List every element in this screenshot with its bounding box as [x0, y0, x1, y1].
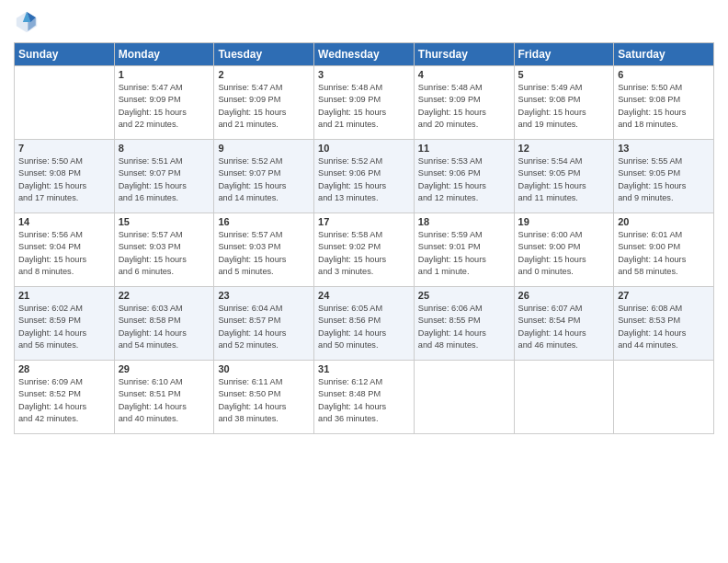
day-info: Sunrise: 6:11 AM Sunset: 8:50 PM Dayligh… [218, 376, 310, 425]
day-number: 20 [618, 216, 710, 227]
day-info: Sunrise: 5:47 AM Sunset: 9:09 PM Dayligh… [218, 82, 310, 131]
calendar-cell: 14Sunrise: 5:56 AM Sunset: 9:04 PM Dayli… [15, 213, 115, 287]
day-info: Sunrise: 6:01 AM Sunset: 9:00 PM Dayligh… [618, 229, 710, 278]
day-number: 11 [418, 143, 510, 154]
day-info: Sunrise: 5:50 AM Sunset: 9:08 PM Dayligh… [18, 155, 110, 204]
day-number: 16 [218, 216, 310, 227]
day-number: 19 [518, 216, 610, 227]
calendar-cell: 15Sunrise: 5:57 AM Sunset: 9:03 PM Dayli… [114, 213, 214, 287]
day-info: Sunrise: 6:03 AM Sunset: 8:58 PM Dayligh… [119, 303, 210, 351]
day-info: Sunrise: 5:53 AM Sunset: 9:06 PM Dayligh… [418, 155, 510, 204]
day-info: Sunrise: 6:06 AM Sunset: 8:55 PM Dayligh… [418, 303, 510, 351]
day-number: 3 [318, 69, 410, 80]
day-number: 8 [119, 143, 210, 154]
calendar-week-2: 7Sunrise: 5:50 AM Sunset: 9:08 PM Daylig… [15, 140, 714, 213]
calendar-cell: 24Sunrise: 6:05 AM Sunset: 8:56 PM Dayli… [314, 287, 415, 361]
calendar-cell: 7Sunrise: 5:50 AM Sunset: 9:08 PM Daylig… [15, 140, 115, 213]
calendar-week-1: 1Sunrise: 5:47 AM Sunset: 9:09 PM Daylig… [15, 66, 714, 140]
day-info: Sunrise: 5:48 AM Sunset: 9:09 PM Dayligh… [418, 82, 510, 131]
day-number: 17 [318, 216, 410, 227]
day-info: Sunrise: 6:12 AM Sunset: 8:48 PM Dayligh… [318, 376, 410, 425]
calendar-cell: 18Sunrise: 5:59 AM Sunset: 9:01 PM Dayli… [414, 213, 514, 287]
day-info: Sunrise: 6:07 AM Sunset: 8:54 PM Dayligh… [518, 303, 610, 351]
calendar-cell: 13Sunrise: 5:55 AM Sunset: 9:05 PM Dayli… [614, 140, 714, 213]
day-number: 15 [119, 216, 210, 227]
day-number: 12 [518, 143, 610, 154]
day-number: 1 [119, 69, 210, 80]
calendar-cell: 10Sunrise: 5:52 AM Sunset: 9:06 PM Dayli… [314, 140, 415, 213]
calendar-week-4: 21Sunrise: 6:02 AM Sunset: 8:59 PM Dayli… [15, 287, 714, 361]
col-saturday: Saturday [614, 43, 714, 66]
day-info: Sunrise: 6:04 AM Sunset: 8:57 PM Dayligh… [218, 303, 310, 351]
col-tuesday: Tuesday [214, 43, 314, 66]
header [14, 9, 714, 35]
calendar-cell: 6Sunrise: 5:50 AM Sunset: 9:08 PM Daylig… [614, 66, 714, 140]
day-info: Sunrise: 5:52 AM Sunset: 9:07 PM Dayligh… [218, 155, 310, 204]
calendar-week-3: 14Sunrise: 5:56 AM Sunset: 9:04 PM Dayli… [15, 213, 714, 287]
day-info: Sunrise: 5:51 AM Sunset: 9:07 PM Dayligh… [119, 155, 210, 204]
day-number: 6 [618, 69, 710, 80]
calendar-cell [414, 361, 514, 434]
calendar-cell: 9Sunrise: 5:52 AM Sunset: 9:07 PM Daylig… [214, 140, 314, 213]
calendar-cell: 22Sunrise: 6:03 AM Sunset: 8:58 PM Dayli… [114, 287, 214, 361]
day-info: Sunrise: 6:05 AM Sunset: 8:56 PM Dayligh… [318, 303, 410, 351]
day-number: 25 [418, 290, 510, 301]
calendar-body: 1Sunrise: 5:47 AM Sunset: 9:09 PM Daylig… [15, 66, 714, 434]
day-info: Sunrise: 5:55 AM Sunset: 9:05 PM Dayligh… [618, 155, 710, 204]
calendar-cell: 26Sunrise: 6:07 AM Sunset: 8:54 PM Dayli… [514, 287, 614, 361]
calendar-cell: 19Sunrise: 6:00 AM Sunset: 9:00 PM Dayli… [514, 213, 614, 287]
calendar-cell: 31Sunrise: 6:12 AM Sunset: 8:48 PM Dayli… [314, 361, 415, 434]
day-number: 22 [119, 290, 210, 301]
day-info: Sunrise: 5:58 AM Sunset: 9:02 PM Dayligh… [318, 229, 410, 278]
calendar-cell: 8Sunrise: 5:51 AM Sunset: 9:07 PM Daylig… [114, 140, 214, 213]
day-info: Sunrise: 5:49 AM Sunset: 9:08 PM Dayligh… [518, 82, 610, 131]
logo [14, 9, 43, 35]
day-info: Sunrise: 6:02 AM Sunset: 8:59 PM Dayligh… [18, 303, 110, 351]
day-number: 18 [418, 216, 510, 227]
header-row: Sunday Monday Tuesday Wednesday Thursday… [15, 43, 714, 66]
calendar-cell: 16Sunrise: 5:57 AM Sunset: 9:03 PM Dayli… [214, 213, 314, 287]
day-info: Sunrise: 5:59 AM Sunset: 9:01 PM Dayligh… [418, 229, 510, 278]
calendar-cell [614, 361, 714, 434]
calendar-cell: 20Sunrise: 6:01 AM Sunset: 9:00 PM Dayli… [614, 213, 714, 287]
calendar-cell: 17Sunrise: 5:58 AM Sunset: 9:02 PM Dayli… [314, 213, 415, 287]
calendar-cell: 1Sunrise: 5:47 AM Sunset: 9:09 PM Daylig… [114, 66, 214, 140]
calendar-cell: 12Sunrise: 5:54 AM Sunset: 9:05 PM Dayli… [514, 140, 614, 213]
day-info: Sunrise: 5:50 AM Sunset: 9:08 PM Dayligh… [618, 82, 710, 131]
col-sunday: Sunday [15, 43, 115, 66]
day-number: 26 [518, 290, 610, 301]
calendar-cell: 23Sunrise: 6:04 AM Sunset: 8:57 PM Dayli… [214, 287, 314, 361]
col-friday: Friday [514, 43, 614, 66]
day-number: 5 [518, 69, 610, 80]
day-number: 7 [18, 143, 110, 154]
day-number: 13 [618, 143, 710, 154]
calendar-cell: 25Sunrise: 6:06 AM Sunset: 8:55 PM Dayli… [414, 287, 514, 361]
calendar-cell: 4Sunrise: 5:48 AM Sunset: 9:09 PM Daylig… [414, 66, 514, 140]
day-info: Sunrise: 5:54 AM Sunset: 9:05 PM Dayligh… [518, 155, 610, 204]
calendar-table: Sunday Monday Tuesday Wednesday Thursday… [14, 42, 714, 434]
day-number: 10 [318, 143, 410, 154]
calendar-cell: 28Sunrise: 6:09 AM Sunset: 8:52 PM Dayli… [15, 361, 115, 434]
day-number: 21 [18, 290, 110, 301]
day-number: 30 [218, 363, 310, 374]
day-number: 24 [318, 290, 410, 301]
day-info: Sunrise: 6:00 AM Sunset: 9:00 PM Dayligh… [518, 229, 610, 278]
day-number: 29 [119, 363, 210, 374]
calendar-cell: 5Sunrise: 5:49 AM Sunset: 9:08 PM Daylig… [514, 66, 614, 140]
calendar-cell [15, 66, 115, 140]
day-number: 27 [618, 290, 710, 301]
col-wednesday: Wednesday [314, 43, 415, 66]
day-info: Sunrise: 6:10 AM Sunset: 8:51 PM Dayligh… [119, 376, 210, 425]
day-info: Sunrise: 5:52 AM Sunset: 9:06 PM Dayligh… [318, 155, 410, 204]
calendar-cell: 29Sunrise: 6:10 AM Sunset: 8:51 PM Dayli… [114, 361, 214, 434]
calendar-cell: 11Sunrise: 5:53 AM Sunset: 9:06 PM Dayli… [414, 140, 514, 213]
col-monday: Monday [114, 43, 214, 66]
day-info: Sunrise: 5:48 AM Sunset: 9:09 PM Dayligh… [318, 82, 410, 131]
col-thursday: Thursday [414, 43, 514, 66]
day-info: Sunrise: 6:08 AM Sunset: 8:53 PM Dayligh… [618, 303, 710, 351]
day-number: 31 [318, 363, 410, 374]
day-info: Sunrise: 6:09 AM Sunset: 8:52 PM Dayligh… [18, 376, 110, 425]
calendar-cell: 3Sunrise: 5:48 AM Sunset: 9:09 PM Daylig… [314, 66, 415, 140]
calendar-cell: 30Sunrise: 6:11 AM Sunset: 8:50 PM Dayli… [214, 361, 314, 434]
calendar-week-5: 28Sunrise: 6:09 AM Sunset: 8:52 PM Dayli… [15, 361, 714, 434]
